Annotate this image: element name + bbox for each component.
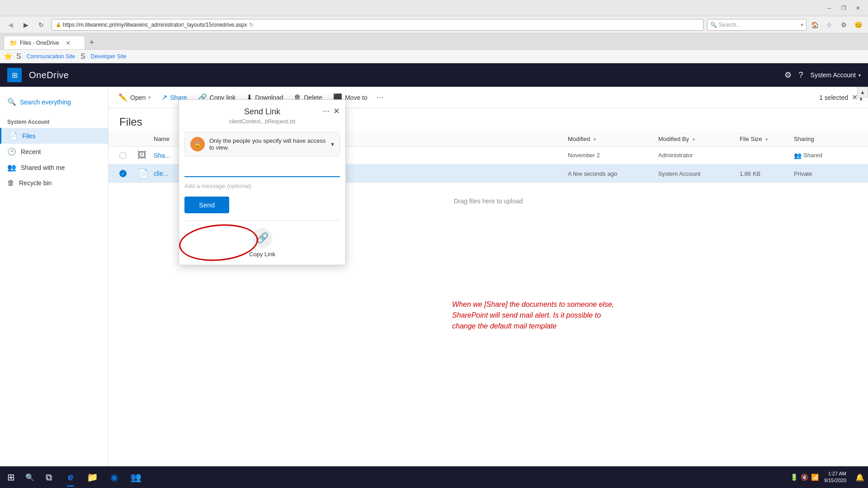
taskbar-taskview[interactable]: ⧉ [38,466,60,488]
copy-link-label: Copy Link [249,251,275,258]
modal-close-button[interactable]: ✕ [333,106,340,116]
send-button[interactable]: Send [184,197,229,213]
modal-header-icons: ··· ✕ [323,106,340,116]
taskbar-files[interactable]: 📁 [81,466,103,488]
send-area: Send [179,189,345,221]
permission-text: Only the people you specify will have ac… [209,137,326,151]
volume-icon[interactable]: 🔇 [801,474,808,481]
modal-header: Send Link clientContext...bRequest.txt ·… [179,100,345,128]
notification-button[interactable]: 🔔 [852,469,868,485]
taskbar-time: 1:27 AM 9/15/2020 [824,470,846,484]
start-button[interactable]: ⊞ [0,466,22,488]
modal-more-icon[interactable]: ··· [323,106,330,116]
clock-time: 1:27 AM [824,470,846,477]
email-input-container [184,162,340,177]
permission-icon: 🔒 [190,137,205,151]
network-icon: 📶 [811,474,819,481]
modal-overlay: Send Link clientContext...bRequest.txt ·… [0,0,868,488]
modal-title: Send Link [186,107,338,117]
battery-icon: 🔋 [790,474,798,481]
copy-link-section[interactable]: 🔗 Copy Link [179,221,345,265]
taskbar-sys-icons: 🔋 🔇 📶 [790,474,819,481]
modal-subtitle: clientContext...bRequest.txt [186,118,338,125]
taskbar-edge[interactable]: ◉ [103,466,125,488]
email-input[interactable] [184,164,340,174]
taskbar-ie[interactable]: e [60,466,81,488]
taskbar-clock: 1:27 AM 9/15/2020 [819,470,852,484]
permission-chevron-icon: ▾ [331,141,334,148]
send-link-modal: Send Link clientContext...bRequest.txt ·… [179,99,346,265]
clock-date: 9/15/2020 [824,477,846,484]
message-placeholder[interactable]: Add a message (optional) [184,183,340,189]
copy-link-icon: 🔗 [252,228,272,248]
taskbar-teams[interactable]: 👥 [125,466,146,488]
permission-selector[interactable]: 🔒 Only the people you specify will have … [184,132,340,156]
taskbar-search-button[interactable]: 🔍 [22,469,38,485]
taskbar: ⊞ 🔍 ⧉ e 📁 ◉ 👥 🔋 🔇 📶 1:27 AM 9/15/2020 🔔 [0,466,868,488]
